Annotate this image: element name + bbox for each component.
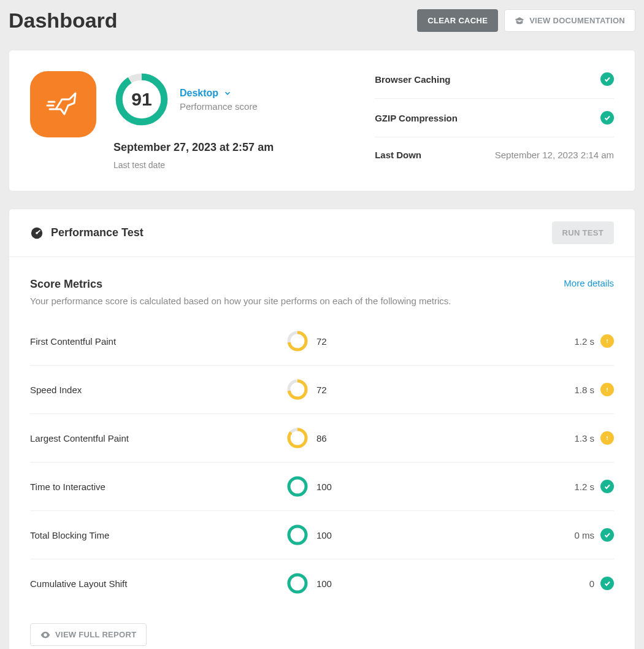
metric-score: 72 [316, 385, 327, 395]
check-ok-icon [600, 111, 614, 125]
metric-time: 0 [589, 578, 594, 589]
metric-row: Time to Interactive1001.2 s [30, 463, 614, 511]
metric-score: 100 [316, 482, 332, 492]
metric-label: Time to Interactive [30, 482, 287, 492]
svg-point-24 [289, 575, 306, 592]
status-ok-icon [600, 528, 614, 542]
svg-point-6 [36, 232, 38, 234]
svg-rect-14 [607, 388, 607, 390]
check-row: Browser Caching [375, 71, 614, 99]
metric-gauge [287, 524, 308, 545]
test-date-sub: Last test date [113, 160, 274, 170]
status-ok-icon [600, 577, 614, 590]
page-title: Dashboard [9, 9, 118, 33]
performance-card: Performance Test RUN TEST Score Metrics … [9, 209, 635, 649]
metric-time: 1.2 s [574, 482, 594, 492]
metric-gauge [287, 428, 308, 448]
score-sub-label: Performance score [180, 101, 258, 112]
metric-label: Cumulative Layout Shift [30, 578, 287, 589]
check-ok-icon [600, 72, 614, 86]
performance-title: Performance Test [30, 226, 144, 240]
graduation-cap-icon [515, 17, 524, 25]
metric-label: Largest Contentful Paint [30, 433, 287, 444]
button-label: VIEW DOCUMENTATION [529, 16, 625, 25]
main-score-gauge: 91 [113, 71, 170, 128]
metric-row: Total Blocking Time1000 ms [30, 511, 614, 559]
svg-point-22 [289, 526, 306, 543]
metric-row: Speed Index721.8 s [30, 366, 614, 414]
metric-time: 0 ms [574, 530, 594, 540]
topbar: Dashboard CLEAR CACHE VIEW DOCUMENTATION [9, 9, 635, 33]
last-down-label: Last Down [375, 150, 421, 160]
view-docs-button[interactable]: VIEW DOCUMENTATION [504, 9, 635, 32]
metric-row: Cumulative Layout Shift1000 [30, 559, 614, 607]
summary-checks: Browser CachingGZIP CompressionLast Down… [369, 71, 614, 170]
svg-point-9 [607, 342, 608, 344]
metric-score: 72 [316, 336, 327, 347]
metric-row: Largest Contentful Paint861.3 s [30, 414, 614, 463]
svg-point-13 [607, 391, 608, 392]
metric-gauge [287, 573, 308, 594]
status-warn-icon [600, 383, 614, 396]
svg-rect-18 [607, 436, 607, 439]
summary-card: 91 Desktop Performance score [9, 50, 635, 191]
gauge-icon [30, 226, 44, 240]
metric-score: 100 [316, 578, 332, 589]
status-ok-icon [600, 480, 614, 493]
run-test-button[interactable]: RUN TEST [552, 221, 614, 244]
metric-row: First Contentful Paint721.2 s [30, 317, 614, 366]
test-date: September 27, 2023 at 2:57 am [113, 141, 274, 154]
button-label: RUN TEST [562, 228, 604, 237]
device-selector[interactable]: Desktop [180, 88, 232, 99]
svg-point-17 [607, 439, 608, 440]
topbar-actions: CLEAR CACHE VIEW DOCUMENTATION [417, 9, 635, 32]
metric-gauge [287, 476, 308, 497]
status-warn-icon [600, 431, 614, 445]
check-label: Browser Caching [375, 74, 450, 85]
metric-gauge [287, 331, 308, 351]
metric-score: 100 [316, 530, 332, 540]
svg-point-20 [289, 478, 306, 495]
metric-gauge [287, 379, 308, 400]
metric-label: Total Blocking Time [30, 530, 287, 540]
more-details-link[interactable]: More details [564, 278, 614, 288]
metric-time: 1.2 s [574, 336, 594, 347]
metric-time: 1.3 s [574, 433, 594, 444]
chevron-down-icon [223, 89, 232, 98]
button-label: VIEW FULL REPORT [55, 630, 136, 639]
svg-rect-10 [607, 339, 607, 342]
brand-logo [30, 71, 96, 137]
check-label: GZIP Compression [375, 113, 458, 123]
last-down-row: Last DownSeptember 12, 2023 2:14 am [375, 137, 614, 161]
metric-list: First Contentful Paint721.2 sSpeed Index… [30, 317, 614, 607]
metric-label: First Contentful Paint [30, 336, 287, 347]
metrics-sub: Your performance score is calculated bas… [30, 296, 614, 306]
main-score-value: 91 [113, 71, 170, 128]
device-label-text: Desktop [180, 88, 218, 99]
status-warn-icon [600, 334, 614, 348]
last-down-value: September 12, 2023 2:14 am [495, 150, 614, 160]
performance-title-text: Performance Test [51, 226, 144, 239]
metric-label: Speed Index [30, 385, 287, 395]
eye-icon [40, 631, 50, 639]
clear-cache-button[interactable]: CLEAR CACHE [417, 9, 498, 32]
metric-time: 1.8 s [574, 385, 594, 395]
metrics-title: Score Metrics [30, 278, 102, 291]
view-full-report-button[interactable]: VIEW FULL REPORT [30, 623, 147, 646]
check-row: GZIP Compression [375, 99, 614, 137]
metric-score: 86 [316, 433, 327, 444]
button-label: CLEAR CACHE [427, 16, 488, 25]
